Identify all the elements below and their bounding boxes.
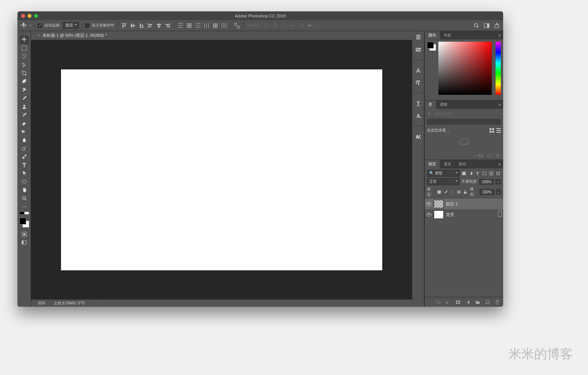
brush-tool[interactable] xyxy=(20,94,29,102)
delete-layer-icon[interactable] xyxy=(495,300,500,305)
properties-panel-icon[interactable] xyxy=(415,46,422,53)
quick-select-tool[interactable] xyxy=(20,61,29,69)
opacity-input[interactable]: 100% xyxy=(479,179,494,185)
align-left-icon[interactable] xyxy=(147,22,153,29)
cloud-sync-icon[interactable] xyxy=(487,154,492,158)
tab-channels[interactable]: 通道 xyxy=(440,160,455,168)
dodge-tool[interactable] xyxy=(20,144,29,152)
auto-select-checkbox[interactable] xyxy=(38,24,42,28)
library-select-dropdown[interactable] xyxy=(427,119,501,125)
fx-icon[interactable]: fx xyxy=(446,300,451,305)
minimize-button[interactable] xyxy=(28,14,31,18)
toolbox-expand-icon[interactable]: ›› xyxy=(17,33,31,36)
type-tool[interactable] xyxy=(20,161,29,169)
pen-tool[interactable] xyxy=(20,152,29,161)
share-icon[interactable] xyxy=(494,22,500,29)
visibility-toggle-icon[interactable] xyxy=(426,213,432,217)
quick-mask-icon[interactable] xyxy=(21,231,27,237)
visibility-toggle-icon[interactable] xyxy=(426,202,432,206)
marquee-tool[interactable] xyxy=(20,44,29,52)
panel-menu-icon[interactable]: ≡ xyxy=(499,33,501,38)
blend-mode-select[interactable]: 正常 xyxy=(427,178,460,185)
doc-info[interactable]: 文档:6.59M/0 字节 xyxy=(54,301,85,306)
tab-adjustments[interactable]: 调整 xyxy=(436,100,451,109)
gradient-tool[interactable] xyxy=(20,127,29,136)
filter-shape-icon[interactable] xyxy=(482,171,487,176)
paragraph-panel-icon[interactable] xyxy=(415,79,422,86)
blur-tool[interactable] xyxy=(20,136,29,144)
distribute-bottom-icon[interactable] xyxy=(195,22,201,29)
dropdown-arrow-icon[interactable]: ▾ xyxy=(30,24,31,27)
canvas-area[interactable] xyxy=(31,40,412,299)
layer-name[interactable]: 背景 xyxy=(446,212,454,218)
align-right-icon[interactable] xyxy=(164,22,171,29)
tab-paths[interactable]: 路径 xyxy=(455,160,470,168)
lock-nest-icon[interactable] xyxy=(457,190,461,195)
lock-position-icon[interactable] xyxy=(450,190,455,195)
search-icon[interactable] xyxy=(473,22,480,29)
foreground-background-swatches[interactable] xyxy=(19,218,29,228)
panel-menu-icon[interactable]: ≡ xyxy=(499,102,501,107)
new-layer-icon[interactable] xyxy=(485,300,490,305)
shape-tool[interactable] xyxy=(20,177,29,186)
crop-tool[interactable] xyxy=(20,69,29,77)
lock-all-icon[interactable] xyxy=(463,190,468,195)
layer-row-bg[interactable]: 背景 xyxy=(425,209,503,220)
distribute-left-icon[interactable] xyxy=(203,22,210,29)
align-top-icon[interactable] xyxy=(121,22,127,29)
titlebar[interactable]: Adobe Photoshop CC 2018 xyxy=(17,11,503,20)
group-icon[interactable] xyxy=(475,300,480,305)
healing-brush-tool[interactable] xyxy=(20,86,29,94)
auto-select-target-select[interactable]: 图层 xyxy=(63,22,79,29)
workspace-select-icon[interactable] xyxy=(483,22,490,29)
maximize-button[interactable] xyxy=(34,14,38,18)
tab-swatches[interactable]: 色板 xyxy=(440,31,455,39)
align-vcenter-icon[interactable] xyxy=(130,22,136,29)
close-button[interactable] xyxy=(21,14,25,18)
filter-pixel-icon[interactable] xyxy=(461,171,466,176)
fill-arrow-icon[interactable]: ⌄ xyxy=(496,189,501,195)
fill-input[interactable]: 100% xyxy=(480,189,494,195)
layer-thumbnail[interactable] xyxy=(434,200,444,208)
layer-thumbnail[interactable] xyxy=(434,210,444,219)
edit-toolbar-icon[interactable] xyxy=(20,202,29,211)
lock-brush-icon[interactable] xyxy=(444,190,448,195)
character-panel-icon[interactable] xyxy=(415,67,422,74)
eyedropper-tool[interactable] xyxy=(20,77,29,86)
glyph-panel-icon[interactable] xyxy=(415,112,422,119)
history-brush-tool[interactable] xyxy=(20,111,29,119)
paragraph-styles-icon[interactable] xyxy=(415,100,422,107)
trash-icon[interactable] xyxy=(496,154,500,158)
canvas[interactable] xyxy=(61,69,382,270)
layer-row-1[interactable]: 图层 1 xyxy=(425,199,503,209)
lock-pixels-icon[interactable] xyxy=(437,190,441,195)
zoom-tool[interactable] xyxy=(20,194,29,202)
type-styles-icon[interactable] xyxy=(415,133,422,140)
align-bottom-icon[interactable] xyxy=(138,22,145,29)
list-view-icon[interactable] xyxy=(496,128,501,133)
status-arrow-icon[interactable]: 〉 xyxy=(96,301,100,306)
tab-color[interactable]: 颜色 xyxy=(425,31,440,39)
panel-menu-icon[interactable]: ≡ xyxy=(499,162,501,166)
align-hcenter-icon[interactable] xyxy=(156,22,162,29)
default-swatch-toggle[interactable] xyxy=(19,212,29,215)
auto-align-icon[interactable] xyxy=(234,22,240,29)
show-transform-checkbox[interactable] xyxy=(85,24,89,28)
clone-stamp-tool[interactable] xyxy=(20,102,29,111)
filter-adjust-icon[interactable] xyxy=(468,171,473,176)
library-search-placeholder[interactable]: 搜索当前库 xyxy=(434,111,453,116)
color-panel-swatches[interactable] xyxy=(427,42,436,51)
eraser-tool[interactable] xyxy=(20,119,29,127)
zoom-level[interactable]: 50% xyxy=(38,301,45,305)
history-panel-icon[interactable] xyxy=(415,34,422,41)
screen-mode-icon[interactable] xyxy=(21,240,27,246)
tab-layers[interactable]: 图层 xyxy=(425,160,440,168)
move-tool[interactable] xyxy=(20,36,29,44)
layer-filter-select[interactable]: 🔍 类型 xyxy=(427,170,460,177)
lasso-tool[interactable] xyxy=(20,52,29,61)
filter-smart-icon[interactable] xyxy=(489,171,494,176)
hand-tool[interactable] xyxy=(20,186,29,194)
path-select-tool[interactable] xyxy=(20,169,29,177)
close-tab-icon[interactable]: × xyxy=(38,33,40,38)
grid-view-icon[interactable] xyxy=(489,128,494,133)
